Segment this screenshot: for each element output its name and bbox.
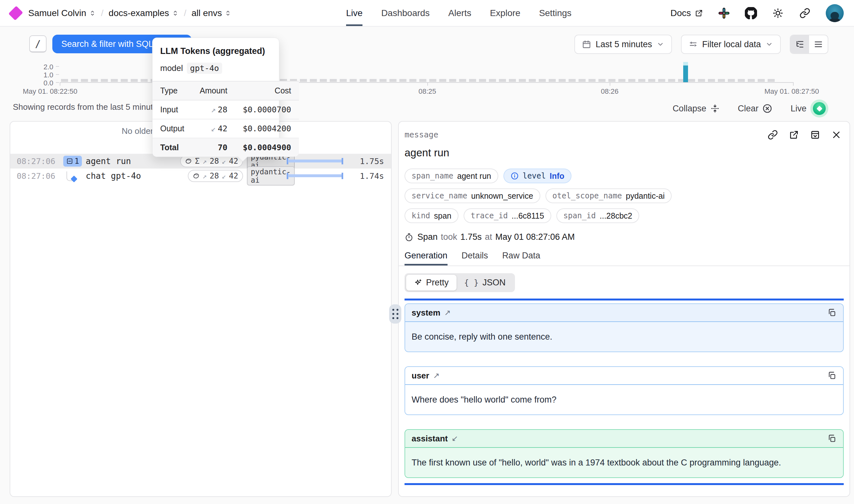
panel-resize-handle[interactable] — [389, 304, 401, 324]
breadcrumb-separator: / — [101, 8, 104, 18]
copy-icon[interactable] — [827, 308, 837, 318]
chevrons-up-down-icon — [89, 10, 96, 17]
detail-tabs: Generation Details Raw Data — [399, 251, 850, 266]
x-tick-label: May 01. 08:27:50 — [764, 87, 819, 96]
toolbar-right: Last 5 minutes Filter local data — [574, 35, 828, 54]
table-row-input: Input ↗28 $0.0000700 — [152, 100, 299, 119]
sent-arrow-icon: ↗ — [433, 371, 439, 380]
token-cost: $0.0000700 — [235, 100, 299, 119]
messages-scroll-area[interactable]: system ↗ Be concise, reply with one sent… — [404, 299, 844, 485]
trace-row-chat-gpt-4o[interactable]: 08:27:06 chat gpt-4o ↗ 28 ↙ 42 — [10, 168, 391, 183]
badge-otel-scope-name[interactable]: otel_scope_name pydantic-ai — [545, 188, 672, 203]
token-type: Input — [152, 100, 192, 119]
duration-text: 1.74s — [343, 172, 384, 181]
span-title: agent run — [404, 147, 449, 159]
x-tick-label: 08:25 — [418, 87, 436, 96]
x-tick — [793, 83, 794, 86]
stopwatch-icon — [404, 233, 414, 242]
filter-local-data-select[interactable]: Filter local data — [681, 35, 781, 54]
chevron-down-icon — [657, 40, 664, 48]
share-link-icon[interactable] — [799, 7, 811, 19]
message-role: system — [412, 308, 440, 318]
col-cost: Cost — [235, 81, 299, 100]
project-switcher[interactable]: docs-examples — [109, 8, 179, 18]
y-tick-label: 2.0 — [34, 63, 53, 71]
x-tick — [427, 83, 428, 86]
copy-link-icon[interactable] — [767, 129, 778, 140]
message-card-assistant: assistant ↙ The first known use of "hell… — [404, 429, 844, 478]
badge-service-name[interactable]: service_name unknown_service — [404, 188, 540, 203]
detail-panel-actions — [767, 129, 842, 140]
docs-link[interactable]: Docs — [670, 8, 703, 18]
tokens-table: Type Amount Cost Input ↗28 $0.0000700 Ou… — [152, 81, 299, 157]
logfire-logo-icon — [8, 6, 23, 20]
token-usage-pill[interactable]: ↗ 28 ↙ 42 — [188, 170, 243, 182]
badge-level[interactable]: level Info — [504, 168, 571, 183]
tab-alerts[interactable]: Alerts — [448, 0, 471, 26]
collapse-button[interactable]: Collapse — [673, 104, 720, 114]
collapse-square-icon — [66, 158, 73, 165]
badge-span-name[interactable]: span_name agent run — [404, 168, 498, 183]
collapse-label: Collapse — [673, 104, 706, 114]
message-role: user — [412, 371, 429, 381]
github-icon[interactable] — [745, 7, 757, 19]
user-avatar[interactable] — [826, 4, 844, 22]
tab-raw-data[interactable]: Raw Data — [502, 251, 540, 266]
clear-button[interactable]: Clear — [738, 103, 773, 114]
output-arrow-icon: ↙ — [211, 124, 216, 133]
collapse-children-badge[interactable]: 1 — [63, 156, 82, 167]
close-icon[interactable] — [831, 129, 842, 140]
live-indicator-icon — [810, 100, 828, 118]
showing-records-text: Showing records from the last 5 minutes — [13, 102, 162, 112]
external-link-icon — [695, 9, 703, 17]
output-arrow-icon: ↙ — [222, 157, 226, 165]
timing-duration: 1.75s — [460, 232, 481, 242]
slack-icon[interactable] — [718, 7, 730, 19]
list-view-button[interactable] — [809, 35, 828, 53]
tab-explore[interactable]: Explore — [490, 0, 521, 26]
llm-tokens-tooltip: LLM Tokens (aggregated) model gpt-4o Typ… — [152, 38, 279, 157]
message-text: The first known use of "hello, world" wa… — [405, 448, 843, 478]
token-type: Total — [152, 138, 192, 157]
json-format-button[interactable]: { } JSON — [456, 275, 513, 290]
duration-bar — [287, 173, 343, 179]
y-tick — [56, 82, 59, 83]
message-card-user: user ↗ Where does "hello world" come fro… — [404, 366, 844, 415]
record-count-bar[interactable] — [683, 62, 688, 82]
tab-settings[interactable]: Settings — [539, 0, 571, 26]
token-type: Output — [152, 119, 192, 138]
live-toggle[interactable]: Live — [791, 100, 828, 118]
tab-details[interactable]: Details — [462, 251, 488, 266]
y-tick-label: 1.0 — [34, 71, 53, 79]
input-tokens: 28 — [210, 172, 219, 180]
badge-trace-id[interactable]: trace_id ...6c8115 — [464, 208, 551, 223]
save-view-icon[interactable] — [810, 129, 821, 140]
time-range-select[interactable]: Last 5 minutes — [574, 35, 672, 54]
badge-kind[interactable]: kind span — [404, 208, 458, 223]
filter-sliders-icon — [689, 40, 698, 49]
trace-list-panel: No older records to load 08:27:06 1 agen… — [10, 121, 392, 497]
row-timestamp: 08:27:06 — [17, 157, 63, 166]
model-key: model — [160, 63, 183, 73]
org-name: Samuel Colvin — [28, 8, 86, 18]
tab-generation[interactable]: Generation — [404, 251, 448, 266]
open-in-new-icon[interactable] — [788, 129, 799, 140]
duration-bar — [287, 158, 343, 165]
tree-view-button[interactable] — [791, 35, 809, 53]
copy-icon[interactable] — [827, 371, 837, 380]
env-switcher[interactable]: all envs — [192, 8, 232, 18]
theme-sun-icon[interactable] — [772, 7, 784, 19]
tab-dashboards[interactable]: Dashboards — [381, 0, 430, 26]
sparkle-icon — [414, 278, 422, 287]
token-amount: 70 — [192, 138, 235, 157]
table-row-output: Output ↙42 $0.0004200 — [152, 119, 299, 138]
chevrons-up-down-icon — [172, 10, 179, 17]
output-tokens: 42 — [229, 157, 238, 166]
org-switcher[interactable]: Samuel Colvin — [28, 8, 96, 18]
copy-icon[interactable] — [827, 434, 837, 443]
tab-live[interactable]: Live — [346, 0, 362, 26]
badge-span-id[interactable]: span_id ...28cbc2 — [557, 208, 639, 223]
pretty-format-button[interactable]: Pretty — [406, 275, 456, 290]
span-detail-panel: message agent run span_name agent run — [398, 121, 850, 497]
input-arrow-icon: ↗ — [203, 157, 207, 165]
